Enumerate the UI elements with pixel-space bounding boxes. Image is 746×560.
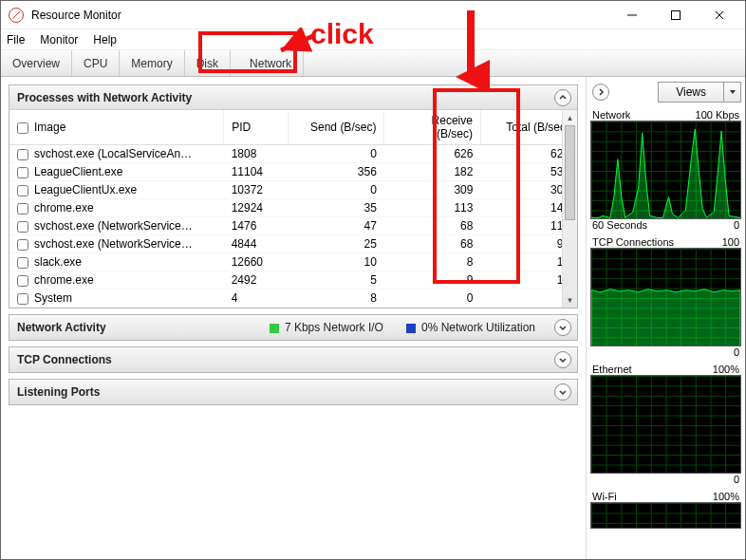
chart-title-label: Wi-Fi: [592, 491, 617, 502]
chart-title-label: Ethernet: [592, 364, 632, 375]
chart-ethernet: Ethernet100%0: [590, 364, 741, 485]
table-row[interactable]: chrome.exe1292435113147: [9, 199, 577, 217]
col-image[interactable]: Image: [9, 110, 224, 145]
panel-tcp-title: TCP Connections: [17, 353, 112, 366]
svg-marker-4: [730, 90, 736, 94]
scroll-up-icon[interactable]: ▲: [563, 110, 577, 125]
panel-tcp: TCP Connections: [9, 346, 578, 373]
legend-io: 7 Kbps Network I/O: [270, 321, 383, 334]
svg-rect-1: [672, 10, 681, 19]
panel-listening-header[interactable]: Listening Ports: [9, 380, 577, 404]
panel-network-activity-header[interactable]: Network Activity 7 Kbps Network I/O 0% N…: [9, 315, 577, 340]
row-checkbox[interactable]: [17, 257, 28, 269]
right-top: Views: [590, 81, 741, 103]
chart-tcp-connections: TCP Connections1000: [590, 236, 741, 358]
row-checkbox[interactable]: [17, 149, 28, 160]
panel-listening-title: Listening Ports: [17, 385, 100, 399]
expand-listening-button[interactable]: [554, 383, 571, 401]
views-button[interactable]: Views: [658, 82, 724, 103]
row-checkbox[interactable]: [17, 167, 28, 178]
titlebar: Resource Monitor: [1, 1, 745, 29]
panel-network-activity-title: Network Activity: [17, 321, 106, 334]
legend-util: 0% Network Utilization: [406, 321, 535, 334]
close-button[interactable]: [698, 2, 741, 28]
legend-util-swatch: [406, 324, 416, 333]
scroll-down-icon[interactable]: ▼: [563, 292, 577, 308]
panel-network-activity: Network Activity 7 Kbps Network I/O 0% N…: [9, 314, 578, 341]
select-all-checkbox[interactable]: [17, 122, 28, 134]
panel-processes-header[interactable]: Processes with Network Activity: [9, 85, 577, 110]
chart-canvas: [590, 248, 741, 346]
body: Processes with Network Activity Image PI: [1, 77, 745, 559]
tab-disk[interactable]: Disk: [185, 50, 231, 76]
expand-network-activity-button[interactable]: [554, 319, 571, 336]
row-checkbox[interactable]: [17, 221, 28, 233]
window: Resource Monitor File Monitor Help Overv…: [0, 0, 746, 560]
col-pid[interactable]: PID: [224, 110, 289, 145]
chart-footer-right: 0: [734, 346, 739, 358]
processes-header-row: Image PID Send (B/sec) Receive (B/sec) T…: [9, 110, 577, 145]
table-row[interactable]: LeagueClient.exe11104356182538: [9, 163, 577, 181]
expand-tcp-button[interactable]: [554, 351, 571, 368]
tab-memory[interactable]: Memory: [120, 50, 184, 76]
panel-tcp-header[interactable]: TCP Connections: [9, 347, 577, 372]
minimize-button[interactable]: [610, 2, 654, 28]
table-row[interactable]: slack.exe1266010817: [9, 253, 577, 271]
col-receive[interactable]: Receive (B/sec): [384, 110, 481, 145]
chart-max-label: 100%: [713, 364, 739, 375]
table-row[interactable]: System4808: [9, 289, 577, 308]
tabbar: Overview CPU Memory Disk Network: [1, 50, 745, 77]
table-row[interactable]: svchost.exe (NetworkService…14764768115: [9, 217, 577, 235]
maximize-button[interactable]: [654, 2, 698, 28]
right-pane: Views Network100 Kbps60 Seconds0TCP Conn…: [586, 77, 745, 559]
chart-network: Network100 Kbps60 Seconds0: [590, 109, 741, 231]
chart-canvas: [590, 375, 741, 474]
row-checkbox[interactable]: [17, 275, 28, 287]
row-checkbox[interactable]: [17, 203, 28, 215]
chart-footer-left: 60 Seconds: [592, 219, 647, 231]
row-checkbox[interactable]: [17, 239, 28, 251]
panel-listening: Listening Ports: [9, 379, 578, 405]
network-activity-legend: 7 Kbps Network I/O 0% Network Utilizatio…: [270, 321, 535, 334]
scroll-thumb[interactable]: [565, 125, 575, 220]
row-checkbox[interactable]: [17, 185, 28, 196]
menu-monitor[interactable]: Monitor: [40, 33, 78, 47]
chart-max-label: 100%: [713, 491, 739, 502]
chart-title-label: TCP Connections: [592, 236, 674, 248]
panel-processes-title: Processes with Network Activity: [17, 91, 192, 104]
legend-io-swatch: [270, 324, 279, 333]
row-checkbox[interactable]: [17, 293, 28, 305]
chart-title-label: Network: [592, 109, 630, 121]
menu-file[interactable]: File: [7, 33, 25, 47]
chart-canvas: [590, 502, 741, 529]
col-image-label: Image: [34, 121, 65, 134]
legend-io-label: 7 Kbps Network I/O: [285, 321, 383, 334]
chart-max-label: 100: [722, 236, 739, 248]
table-row[interactable]: svchost.exe (LocalServiceAn…18080626626: [9, 145, 577, 163]
tab-overview[interactable]: Overview: [1, 50, 72, 76]
panel-processes: Processes with Network Activity Image PI: [9, 84, 578, 308]
table-row[interactable]: chrome.exe24925914: [9, 271, 577, 289]
left-pane: Processes with Network Activity Image PI: [1, 77, 586, 559]
menu-help[interactable]: Help: [93, 33, 117, 47]
table-row[interactable]: LeagueClientUx.exe103720309309: [9, 181, 577, 199]
app-icon: [9, 8, 24, 23]
views-dropdown-icon[interactable]: [724, 82, 741, 103]
processes-table: Image PID Send (B/sec) Receive (B/sec) T…: [9, 110, 577, 308]
menubar: File Monitor Help: [1, 29, 745, 50]
table-row[interactable]: svchost.exe (NetworkService…4844256893: [9, 235, 577, 253]
chart-wi-fi: Wi-Fi100%: [590, 491, 741, 529]
window-buttons: [610, 2, 741, 28]
processes-table-wrap: Image PID Send (B/sec) Receive (B/sec) T…: [9, 110, 577, 308]
chart-footer-right: 0: [734, 219, 739, 231]
legend-util-label: 0% Network Utilization: [421, 321, 535, 334]
window-title: Resource Monitor: [31, 9, 610, 22]
col-send[interactable]: Send (B/sec): [288, 110, 384, 145]
chart-canvas: [590, 121, 741, 219]
chart-footer-right: 0: [734, 474, 739, 485]
collapse-processes-button[interactable]: [554, 89, 571, 106]
tab-cpu[interactable]: CPU: [72, 50, 120, 76]
tab-network[interactable]: Network: [238, 50, 304, 76]
collapse-right-button[interactable]: [592, 84, 609, 101]
processes-scrollbar[interactable]: ▲ ▼: [562, 110, 577, 308]
